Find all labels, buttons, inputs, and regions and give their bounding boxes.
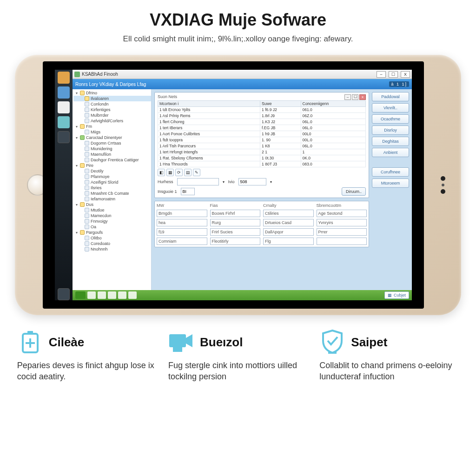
dock-icon[interactable] (58, 72, 70, 84)
expand-icon[interactable]: ▾ (74, 136, 79, 140)
grid-cell[interactable]: Flg (263, 238, 314, 245)
tree-node[interactable]: Deotily (73, 168, 151, 174)
minimize-button[interactable]: – (377, 71, 386, 78)
grid-cell[interactable]: DallApqor (263, 228, 314, 236)
close-button[interactable]: X (401, 71, 410, 78)
text-input[interactable] (238, 178, 266, 185)
column-header[interactable]: Conceeniigenn (301, 101, 366, 107)
tool-icon[interactable]: ▦ (166, 169, 174, 176)
table-row[interactable]: 1 tert IBerarsf.EG JB06L.0 (158, 125, 366, 131)
dock-icon[interactable] (58, 131, 70, 143)
tree-node[interactable]: Aelvighild/Corlers (73, 118, 151, 124)
tree-node[interactable]: Mulbrrder (73, 112, 151, 118)
tree-node[interactable]: Maenufilon (73, 152, 151, 157)
expand-icon[interactable]: ▾ (74, 164, 79, 168)
grid-cell[interactable]: f19 (157, 228, 207, 236)
table-row[interactable]: 1 Aort Ponoe Culibrites1 h9 JB00L0 (158, 131, 366, 137)
grid-cell[interactable]: Rurg (210, 219, 261, 226)
taskbar-item[interactable] (118, 291, 126, 299)
grid-cell[interactable]: Frirl Sucies (210, 228, 261, 236)
tree-node[interactable]: ▾Pire (73, 163, 151, 168)
tree-node[interactable]: Nnohnnh (73, 246, 151, 252)
side-button[interactable]: Deghitas (372, 137, 409, 146)
dock-icon[interactable] (58, 116, 70, 128)
panel-close-icon[interactable]: x (359, 94, 366, 100)
tree-node[interactable]: Dogomn Crrtsas (73, 140, 151, 146)
expand-icon[interactable]: ▾ (74, 203, 79, 207)
tree-node[interactable]: Mamecdon (73, 213, 151, 218)
tree-node[interactable]: Olitbo (73, 235, 151, 241)
maximize-button[interactable]: ☐ (389, 71, 398, 78)
table-row[interactable]: 1 tdt Ercnoo Yplts1 f6.9 J2061.0 (158, 107, 366, 113)
side-button[interactable]: Corufhnee (372, 167, 409, 177)
side-button[interactable]: Anbient (372, 148, 409, 157)
tool-icon[interactable]: ⟳ (175, 169, 183, 176)
grid-cell[interactable]: Yvnryirs (317, 219, 367, 226)
tree-node[interactable]: Oa (73, 224, 151, 230)
grid-cell[interactable]: Prrer (317, 228, 367, 236)
window-titlebar[interactable]: KSABhAd Finooh – ☐ X (73, 70, 412, 79)
table-row[interactable]: 1 flert Cihoreg1.K3 J206L.0 (158, 119, 366, 125)
tree-node[interactable]: ▾Fm (73, 124, 151, 129)
tree-node[interactable]: Conlondn (73, 101, 151, 107)
tree-node[interactable]: Daohgor Frentica Cattiger (73, 157, 151, 163)
grid-cell[interactable]: Age Seotond (317, 210, 367, 217)
grid-cell[interactable] (317, 238, 367, 245)
expand-icon[interactable]: ▾ (74, 231, 79, 235)
dock-icon[interactable] (58, 288, 70, 300)
side-button[interactable]: Vknrilt.. (372, 103, 409, 112)
tree-node[interactable]: Coredoato (73, 241, 151, 246)
tree-node[interactable]: Pfanmoye (73, 174, 151, 179)
tree-node[interactable]: Mnashnt Cb Comate (73, 191, 151, 196)
grid-cell[interactable]: Drtueios Casd (263, 219, 314, 226)
column-header[interactable]: Mcortwon i (158, 101, 260, 107)
tool-icon[interactable]: ◧ (158, 169, 165, 176)
tree-node[interactable]: ▾Dus (73, 202, 151, 207)
tree-node[interactable]: ▾Pargoufs (73, 230, 151, 235)
tree-node[interactable]: Fnnvoigy (73, 218, 151, 224)
side-button[interactable]: Ocaothrne (372, 114, 409, 124)
dropdown-input[interactable] (177, 178, 219, 185)
side-button[interactable]: Mtoroeem (372, 178, 409, 188)
tree-node[interactable]: Ilsries (73, 185, 151, 191)
tree-node[interactable]: ▾Dfrino (73, 90, 151, 96)
chevron-down-icon[interactable]: ▾ (223, 180, 225, 184)
tree-node[interactable]: Mtutloe (73, 207, 151, 213)
grid-cell[interactable]: hea (157, 219, 207, 226)
table-row[interactable]: 1 Iert Hrfongt Intengfs2 11 (158, 149, 366, 155)
dock-icon[interactable] (58, 86, 70, 99)
grid-cell[interactable]: Ctiliries (263, 210, 314, 217)
tree-node[interactable]: Miunidering (73, 146, 151, 152)
tree-node[interactable]: Aceifigni Slorid (73, 179, 151, 185)
action-button[interactable]: Diruum.. (342, 187, 366, 196)
chevron-down-icon[interactable]: ▾ (270, 180, 272, 184)
expand-icon[interactable]: ▾ (74, 125, 79, 129)
side-button[interactable]: Paddowal (372, 92, 409, 101)
table-row[interactable]: 1 Hna Thnoords1 80T J3083.0 (158, 161, 366, 167)
table-row[interactable]: 1 Aril Tish Paroncurs1 K806L.0 (158, 143, 366, 149)
table-row[interactable]: 1 Rat. Sbelosy Cflomens1 0t.300K.0 (158, 155, 366, 161)
table-row[interactable]: 1 ftdt tooppra1. 9000L.0 (158, 137, 366, 143)
dock-icon[interactable] (58, 101, 70, 113)
taskbar-item[interactable] (98, 291, 106, 299)
expand-icon[interactable]: ▾ (74, 91, 79, 95)
tree-node[interactable]: Miigs (73, 129, 151, 135)
column-header[interactable]: Suwe (260, 101, 301, 107)
grid-cell[interactable]: Brngdn (157, 210, 207, 217)
tree-node[interactable]: Kirfentiges (73, 107, 151, 112)
panel-max-icon[interactable]: ☐ (352, 94, 358, 100)
tree-node[interactable]: Ilvaloaren (73, 96, 151, 101)
tree-node[interactable]: ▾Caroctad Dinentyer (73, 135, 151, 140)
panel-min-icon[interactable]: – (344, 94, 351, 100)
start-button[interactable] (75, 291, 86, 299)
data-table[interactable]: Mcortwon iSuweConceeniigenn1 tdt Ercnoo … (158, 100, 366, 167)
tree-node[interactable]: Iefamoroatnn (73, 196, 151, 202)
side-button[interactable]: Disrloy (372, 126, 409, 135)
taskbar-item[interactable] (128, 291, 137, 299)
text-input[interactable] (181, 188, 195, 195)
grid-cell[interactable]: Fleotitirly (210, 238, 261, 245)
table-row[interactable]: 1 Asl Prlniy Rems1.8rl J906Z.0 (158, 113, 366, 119)
taskbar-item[interactable] (108, 291, 116, 299)
tool-icon[interactable]: ✎ (193, 169, 200, 176)
tool-icon[interactable]: ▤ (184, 169, 192, 176)
